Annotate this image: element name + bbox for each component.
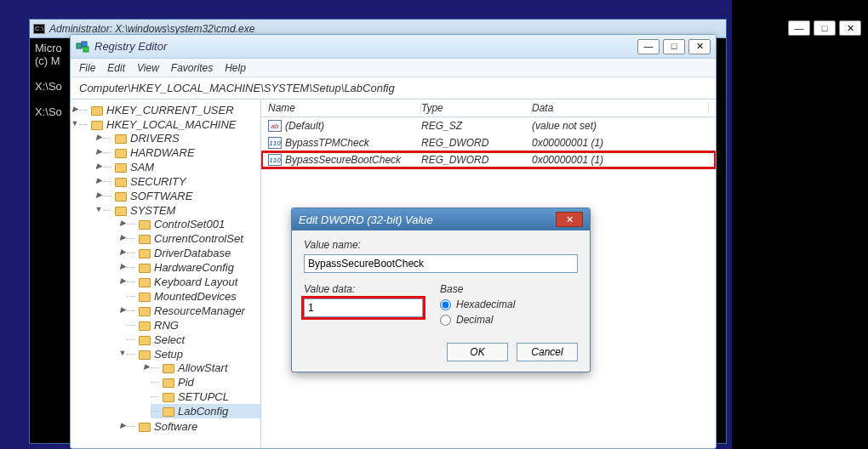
edit-dword-dialog: Edit DWORD (32-bit) Value ✕ Value name: … (291, 207, 591, 372)
base-group-label: Base (440, 283, 578, 295)
base-hex-radio[interactable] (440, 299, 451, 310)
regedit-close-button[interactable]: ✕ (688, 39, 711, 54)
tree-hkcu[interactable]: ▶HKEY_CURRENT_USER (79, 103, 260, 117)
tree-sam[interactable]: ▶SAM (103, 160, 260, 174)
dword-icon: 110 (268, 137, 282, 149)
regedit-tree[interactable]: ▶HKEY_CURRENT_USER ▼HKEY_LOCAL_MACHINE ▶… (71, 99, 261, 448)
dialog-close-button[interactable]: ✕ (556, 212, 583, 227)
base-dec-radio[interactable] (440, 315, 451, 326)
regedit-addressbar[interactable]: Computer\HKEY_LOCAL_MACHINE\SYSTEM\Setup… (71, 77, 716, 99)
value-data-input[interactable] (304, 298, 423, 317)
tree-hardwareconfig[interactable]: ▶HardwareConfig (127, 260, 260, 275)
values-header: Name Type Data (261, 99, 716, 117)
regedit-minimize-button[interactable]: — (637, 39, 660, 54)
tree-hklm[interactable]: ▼HKEY_LOCAL_MACHINE ▶DRIVERS ▶HARDWARE ▶… (79, 117, 260, 435)
outer-window-controls: — □ ✕ (788, 20, 861, 36)
tree-security[interactable]: ▶SECURITY (103, 174, 260, 189)
dialog-titlebar[interactable]: Edit DWORD (32-bit) Value ✕ (292, 208, 590, 230)
value-row-bypasssecureboot[interactable]: 110BypassSecureBootCheck REG_DWORD 0x000… (261, 151, 716, 168)
outer-maximize-button[interactable]: □ (814, 20, 836, 36)
base-dec-option[interactable]: Decimal (440, 314, 578, 326)
col-name[interactable]: Name (268, 102, 421, 114)
col-data[interactable]: Data (532, 102, 709, 114)
tree-drivers[interactable]: ▶DRIVERS (103, 131, 260, 145)
regedit-icon (76, 40, 89, 54)
menu-edit[interactable]: Edit (107, 62, 125, 74)
tree-pid[interactable]: Pid (151, 375, 260, 389)
tree-system[interactable]: ▼SYSTEM ▶ControlSet001 ▶CurrentControlSe… (103, 203, 260, 435)
base-hex-option[interactable]: Hexadecimal (440, 298, 578, 310)
value-data-label: Value data: (304, 283, 423, 295)
tree-software[interactable]: ▶Software (127, 419, 260, 434)
svg-rect-1 (82, 42, 87, 47)
tree-labconfig[interactable]: LabConfig (151, 404, 260, 418)
tree-keyboardlayout[interactable]: ▶Keyboard Layout (127, 275, 260, 289)
regedit-maximize-button[interactable]: □ (663, 39, 685, 54)
value-row-bypasstpm[interactable]: 110BypassTPMCheck REG_DWORD 0x00000001 (… (261, 134, 716, 151)
tree-software-hive[interactable]: ▶SOFTWARE (103, 189, 260, 203)
cancel-button[interactable]: Cancel (517, 343, 578, 361)
menu-view[interactable]: View (137, 62, 159, 74)
svg-rect-2 (83, 47, 89, 52)
outer-minimize-button[interactable]: — (788, 20, 810, 36)
menu-file[interactable]: File (79, 62, 95, 74)
tree-controlset001[interactable]: ▶ControlSet001 (127, 217, 260, 231)
regedit-address-text: Computer\HKEY_LOCAL_MACHINE\SYSTEM\Setup… (79, 82, 395, 94)
value-row-default[interactable]: ab(Default) REG_SZ (value not set) (261, 117, 716, 134)
regedit-menubar: File Edit View Favorites Help (71, 59, 716, 77)
outer-close-button[interactable]: ✕ (839, 20, 861, 36)
cmd-title-text: Administrator: X:\windows\system32\cmd.e… (49, 23, 254, 35)
tree-rng[interactable]: RNG (127, 318, 260, 332)
col-type[interactable]: Type (421, 102, 532, 114)
regedit-titlebar[interactable]: Registry Editor — □ ✕ (71, 35, 716, 59)
tree-hardware[interactable]: ▶HARDWARE (103, 145, 260, 160)
tree-setup[interactable]: ▼Setup ▶AllowStart Pid SETUPCL LabConfig (127, 347, 260, 419)
svg-rect-0 (77, 43, 82, 48)
desktop-black-area (732, 0, 868, 449)
value-name-label: Value name: (304, 239, 578, 251)
string-icon: ab (268, 120, 282, 132)
tree-mounteddevices[interactable]: MountedDevices (127, 289, 260, 304)
cmd-icon: C:\ (33, 24, 45, 34)
regedit-title-text: Registry Editor (94, 40, 637, 53)
dialog-title-text: Edit DWORD (32-bit) Value (299, 213, 433, 226)
tree-driverdatabase[interactable]: ▶DriverDatabase (127, 246, 260, 260)
tree-currentcontrolset[interactable]: ▶CurrentControlSet (127, 231, 260, 246)
ok-button[interactable]: OK (447, 343, 508, 361)
tree-select[interactable]: Select (127, 332, 260, 347)
menu-favorites[interactable]: Favorites (171, 62, 213, 74)
tree-allowstart[interactable]: ▶AllowStart (151, 361, 260, 375)
tree-setupcl[interactable]: SETUPCL (151, 389, 260, 404)
value-name-input[interactable] (304, 254, 578, 273)
dword-icon: 110 (268, 154, 282, 166)
menu-help[interactable]: Help (225, 62, 246, 74)
tree-resourcemanager[interactable]: ▶ResourceManager (127, 304, 260, 318)
